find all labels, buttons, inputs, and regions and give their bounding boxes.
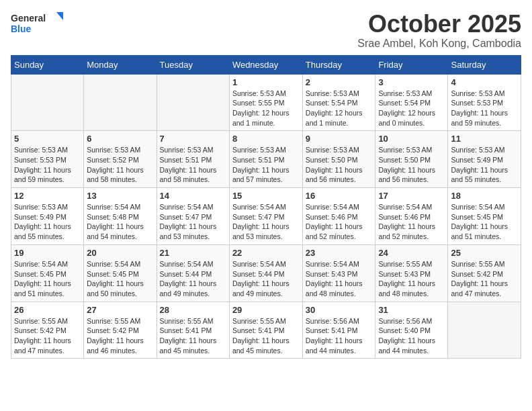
calendar-cell: 19Sunrise: 5:54 AMSunset: 5:45 PMDayligh…: [11, 244, 84, 302]
day-info: Sunrise: 5:53 AMSunset: 5:49 PMDaylight:…: [14, 202, 81, 242]
day-number: 17: [378, 191, 445, 201]
day-number: 20: [87, 248, 153, 258]
calendar-cell: 12Sunrise: 5:53 AMSunset: 5:49 PMDayligh…: [11, 188, 84, 245]
svg-text:Blue: Blue: [11, 24, 32, 34]
day-info: Sunrise: 5:53 AMSunset: 5:53 PMDaylight:…: [14, 145, 81, 185]
day-info: Sunrise: 5:53 AMSunset: 5:53 PMDaylight:…: [451, 89, 518, 128]
day-number: 23: [306, 248, 373, 258]
calendar-cell: 15Sunrise: 5:54 AMSunset: 5:47 PMDayligh…: [229, 188, 302, 245]
day-info: Sunrise: 5:54 AMSunset: 5:46 PMDaylight:…: [306, 202, 373, 242]
calendar-cell: 5Sunrise: 5:53 AMSunset: 5:53 PMDaylight…: [11, 131, 84, 188]
calendar-cell: 14Sunrise: 5:54 AMSunset: 5:47 PMDayligh…: [157, 188, 229, 245]
calendar-cell: 22Sunrise: 5:54 AMSunset: 5:44 PMDayligh…: [229, 244, 302, 302]
week-row-1: 1Sunrise: 5:53 AMSunset: 5:55 PMDaylight…: [11, 74, 521, 131]
day-number: 27: [87, 305, 153, 315]
day-number: 26: [14, 305, 81, 315]
day-number: 18: [451, 191, 518, 201]
day-info: Sunrise: 5:55 AMSunset: 5:42 PMDaylight:…: [451, 259, 518, 299]
day-info: Sunrise: 5:55 AMSunset: 5:42 PMDaylight:…: [87, 316, 153, 356]
day-number: 10: [378, 134, 445, 144]
weekday-header-tuesday: Tuesday: [157, 55, 229, 74]
calendar-cell: 8Sunrise: 5:53 AMSunset: 5:51 PMDaylight…: [229, 131, 302, 188]
title-block: October 2025 Srae Ambel, Koh Kong, Cambo…: [357, 11, 521, 50]
calendar-cell: 9Sunrise: 5:53 AMSunset: 5:50 PMDaylight…: [302, 131, 375, 188]
logo-svg: General Blue: [11, 11, 64, 38]
day-info: Sunrise: 5:54 AMSunset: 5:45 PMDaylight:…: [451, 202, 518, 242]
logo: General Blue: [11, 11, 64, 38]
svg-text:General: General: [11, 13, 46, 24]
day-number: 14: [160, 191, 226, 201]
calendar-subtitle: Srae Ambel, Koh Kong, Cambodia: [357, 38, 521, 50]
day-number: 5: [14, 134, 81, 144]
day-info: Sunrise: 5:54 AMSunset: 5:47 PMDaylight:…: [232, 202, 300, 242]
week-row-5: 26Sunrise: 5:55 AMSunset: 5:42 PMDayligh…: [11, 302, 521, 359]
week-row-3: 12Sunrise: 5:53 AMSunset: 5:49 PMDayligh…: [11, 188, 521, 245]
day-info: Sunrise: 5:53 AMSunset: 5:50 PMDaylight:…: [378, 145, 445, 185]
day-info: Sunrise: 5:54 AMSunset: 5:43 PMDaylight:…: [306, 259, 373, 299]
day-info: Sunrise: 5:54 AMSunset: 5:45 PMDaylight:…: [87, 259, 153, 299]
calendar-cell: 3Sunrise: 5:53 AMSunset: 5:54 PMDaylight…: [375, 74, 448, 131]
weekday-header-saturday: Saturday: [448, 55, 521, 74]
day-info: Sunrise: 5:54 AMSunset: 5:47 PMDaylight:…: [160, 202, 226, 242]
calendar-cell: [84, 74, 157, 131]
calendar-cell: 30Sunrise: 5:56 AMSunset: 5:41 PMDayligh…: [302, 302, 375, 359]
calendar-cell: 17Sunrise: 5:54 AMSunset: 5:46 PMDayligh…: [375, 188, 448, 245]
day-number: 13: [87, 191, 153, 201]
day-number: 12: [14, 191, 81, 201]
day-info: Sunrise: 5:54 AMSunset: 5:46 PMDaylight:…: [378, 202, 445, 242]
calendar-cell: 16Sunrise: 5:54 AMSunset: 5:46 PMDayligh…: [302, 188, 375, 245]
day-number: 24: [378, 248, 445, 258]
day-info: Sunrise: 5:53 AMSunset: 5:51 PMDaylight:…: [160, 145, 226, 185]
day-number: 11: [451, 134, 518, 144]
calendar-cell: [448, 302, 521, 359]
day-info: Sunrise: 5:55 AMSunset: 5:42 PMDaylight:…: [14, 316, 81, 356]
day-info: Sunrise: 5:56 AMSunset: 5:40 PMDaylight:…: [378, 316, 445, 356]
weekday-header-row: SundayMondayTuesdayWednesdayThursdayFrid…: [11, 55, 521, 74]
calendar-cell: 27Sunrise: 5:55 AMSunset: 5:42 PMDayligh…: [84, 302, 157, 359]
calendar-table: SundayMondayTuesdayWednesdayThursdayFrid…: [11, 55, 521, 359]
day-number: 15: [232, 191, 300, 201]
day-info: Sunrise: 5:53 AMSunset: 5:55 PMDaylight:…: [232, 89, 300, 128]
day-number: 8: [232, 134, 300, 144]
calendar-cell: 24Sunrise: 5:55 AMSunset: 5:43 PMDayligh…: [375, 244, 448, 302]
day-number: 4: [451, 77, 518, 87]
weekday-header-wednesday: Wednesday: [229, 55, 302, 74]
day-number: 1: [232, 77, 300, 87]
calendar-cell: 13Sunrise: 5:54 AMSunset: 5:48 PMDayligh…: [84, 188, 157, 245]
day-info: Sunrise: 5:54 AMSunset: 5:44 PMDaylight:…: [160, 259, 226, 299]
day-number: 25: [451, 248, 518, 258]
calendar-cell: 31Sunrise: 5:56 AMSunset: 5:40 PMDayligh…: [375, 302, 448, 359]
day-number: 16: [306, 191, 373, 201]
day-number: 31: [378, 305, 445, 315]
calendar-cell: [11, 74, 84, 131]
day-number: 19: [14, 248, 81, 258]
calendar-cell: 7Sunrise: 5:53 AMSunset: 5:51 PMDaylight…: [157, 131, 229, 188]
day-number: 30: [306, 305, 373, 315]
calendar-cell: [157, 74, 229, 131]
calendar-cell: 28Sunrise: 5:55 AMSunset: 5:41 PMDayligh…: [157, 302, 229, 359]
calendar-cell: 25Sunrise: 5:55 AMSunset: 5:42 PMDayligh…: [448, 244, 521, 302]
calendar-cell: 18Sunrise: 5:54 AMSunset: 5:45 PMDayligh…: [448, 188, 521, 245]
day-number: 21: [160, 248, 226, 258]
day-number: 22: [232, 248, 300, 258]
day-info: Sunrise: 5:53 AMSunset: 5:49 PMDaylight:…: [451, 145, 518, 185]
day-info: Sunrise: 5:56 AMSunset: 5:41 PMDaylight:…: [306, 316, 373, 356]
calendar-title: October 2025: [357, 11, 521, 38]
svg-marker-2: [56, 12, 63, 20]
day-number: 7: [160, 134, 226, 144]
day-number: 28: [160, 305, 226, 315]
calendar-cell: 11Sunrise: 5:53 AMSunset: 5:49 PMDayligh…: [448, 131, 521, 188]
calendar-cell: 10Sunrise: 5:53 AMSunset: 5:50 PMDayligh…: [375, 131, 448, 188]
day-info: Sunrise: 5:53 AMSunset: 5:52 PMDaylight:…: [87, 145, 153, 185]
day-info: Sunrise: 5:53 AMSunset: 5:54 PMDaylight:…: [306, 89, 373, 128]
calendar-cell: 23Sunrise: 5:54 AMSunset: 5:43 PMDayligh…: [302, 244, 375, 302]
page-header: General Blue October 2025 Srae Ambel, Ko…: [11, 11, 521, 50]
calendar-cell: 29Sunrise: 5:55 AMSunset: 5:41 PMDayligh…: [229, 302, 302, 359]
weekday-header-friday: Friday: [375, 55, 448, 74]
calendar-cell: 6Sunrise: 5:53 AMSunset: 5:52 PMDaylight…: [84, 131, 157, 188]
day-info: Sunrise: 5:55 AMSunset: 5:41 PMDaylight:…: [232, 316, 300, 356]
calendar-cell: 26Sunrise: 5:55 AMSunset: 5:42 PMDayligh…: [11, 302, 84, 359]
day-info: Sunrise: 5:55 AMSunset: 5:41 PMDaylight:…: [160, 316, 226, 356]
day-info: Sunrise: 5:53 AMSunset: 5:54 PMDaylight:…: [378, 89, 445, 128]
week-row-2: 5Sunrise: 5:53 AMSunset: 5:53 PMDaylight…: [11, 131, 521, 188]
